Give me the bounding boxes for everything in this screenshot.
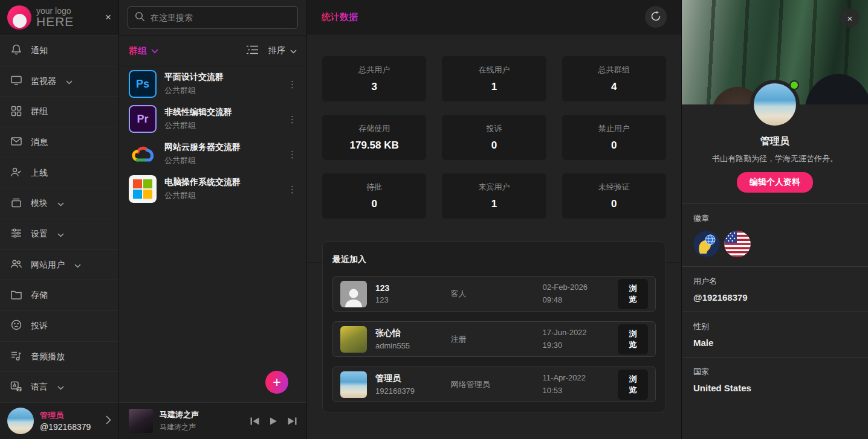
sidebar-item-website-users[interactable]: 网站用户 (0, 249, 118, 280)
premiere-icon: Pr (129, 105, 157, 133)
sidebar-item-label: 投诉 (31, 321, 48, 332)
close-panel-button[interactable]: × (840, 8, 860, 28)
recent-joined-card: 最近加入 123 123 客人 02-Feb-2026 09:48 浏览 (322, 242, 666, 412)
member-name: 管理员 (375, 373, 442, 384)
chevron-down-icon (290, 45, 297, 56)
profile-panel: × 管理员 书山有路勤为径，学海无涯苦作舟。 编辑个人资料 徽章 用户名 @19… (682, 0, 868, 439)
sidebar-item-label: 监视器 (31, 76, 56, 87)
track-title: 马建涛之声 (160, 409, 199, 420)
sidebar-close-icon[interactable]: × (105, 11, 111, 24)
sidebar-item-label: 模块 (31, 198, 48, 209)
sidebar-item-label: 网站用户 (31, 260, 65, 271)
sidebar-item-storage[interactable]: 存储 (0, 280, 118, 310)
list-item-group-premiere[interactable]: Pr 非线性编辑交流群 公共群组 ⋮ (119, 101, 306, 136)
member-username: admin555 (375, 341, 442, 350)
avatar (340, 326, 367, 353)
logo-line1: your logo (36, 7, 74, 16)
list-item-group-photoshop[interactable]: Ps 平面设计交流群 公共群组 ⋮ (119, 66, 306, 101)
next-track-button[interactable] (288, 417, 297, 425)
groups-column: 群组 排序 Ps 平面设计交流群 公共群组 ⋮ Pr (119, 0, 307, 439)
more-options-icon[interactable]: ⋮ (288, 117, 297, 122)
group-list: Ps 平面设计交流群 公共群组 ⋮ Pr 非线性编辑交流群 公共群组 ⋮ (119, 66, 306, 402)
join-time: 19:30 (543, 339, 609, 351)
list-item-group-cloud[interactable]: 网站云服务器交流群 公共群组 ⋮ (119, 136, 306, 171)
avatar (7, 408, 34, 434)
sidebar-item-messages[interactable]: 消息 (0, 127, 118, 158)
edit-profile-button[interactable]: 编辑个人资料 (737, 172, 813, 193)
sidebar-item-language[interactable]: 语言 (0, 371, 118, 402)
audio-player-bar: 马建涛之声 马建涛之声 (119, 402, 306, 439)
sidebar-item-complaints[interactable]: 投诉 (0, 310, 118, 341)
chevron-down-icon (66, 77, 73, 86)
chevron-right-icon[interactable] (106, 415, 111, 427)
table-row: 管理员 192168379 网络管理员 11-Apr-2022 10:53 浏览 (332, 367, 656, 402)
stat-card-storage-used: 存储使用 179.58 KB (322, 115, 426, 160)
sidebar-item-groups[interactable]: 群组 (0, 96, 118, 127)
stat-card-total-groups: 总共群组 4 (562, 56, 666, 101)
stat-card-pending: 待批 0 (322, 173, 426, 219)
more-options-icon[interactable]: ⋮ (288, 152, 297, 157)
profile-name: 管理员 (682, 135, 868, 148)
main-panel: 统计数据 总共用户 3 在线用户 1 总共群组 4 (307, 0, 682, 439)
add-group-button[interactable]: + (265, 371, 288, 394)
more-options-icon[interactable]: ⋮ (288, 82, 297, 87)
badges-label: 徽章 (693, 213, 857, 224)
more-options-icon[interactable]: ⋮ (288, 187, 297, 192)
bell-icon (10, 43, 22, 57)
sidebar-item-online[interactable]: 上线 (0, 158, 118, 188)
browse-button[interactable]: 浏览 (618, 324, 648, 354)
search-input[interactable] (151, 13, 291, 22)
sidebar-item-notifications[interactable]: 通知 (0, 35, 118, 66)
previous-track-button[interactable] (250, 417, 259, 425)
chevron-down-icon[interactable] (151, 45, 158, 56)
stat-label: 总共群组 (598, 65, 630, 75)
refresh-button[interactable] (645, 6, 667, 28)
group-filter-label[interactable]: 群组 (129, 45, 147, 57)
envelope-icon (10, 135, 22, 149)
username-label: 用户名 (693, 276, 857, 287)
country-value: United States (693, 383, 857, 393)
stat-value: 179.58 KB (350, 139, 399, 152)
stat-label: 总共用户 (358, 65, 390, 75)
group-title: 网站云服务器交流群 (164, 142, 241, 153)
browse-button[interactable]: 浏览 (618, 370, 648, 400)
stat-label: 来宾用户 (478, 182, 510, 193)
play-button[interactable] (270, 417, 277, 425)
list-view-icon[interactable] (246, 45, 259, 57)
profile-motto: 书山有路勤为径，学海无涯苦作舟。 (682, 153, 868, 164)
sidebar-item-audio[interactable]: 音频播放 (0, 341, 118, 372)
stat-value: 0 (371, 198, 377, 210)
join-time: 09:48 (543, 294, 609, 306)
page-title: 统计数据 (322, 11, 358, 23)
member-info: 张心怡 admin555 (375, 328, 442, 350)
user-name: 管理员 (40, 410, 91, 421)
member-username: 123 (375, 295, 442, 304)
stat-value: 1 (491, 198, 497, 210)
logo-row: your logo HERE × (0, 0, 118, 35)
group-subtitle: 公共群组 (164, 155, 241, 166)
list-item-group-microsoft[interactable]: 电脑操作系统交流群 公共群组 ⋮ (119, 171, 306, 207)
sidebar-item-modules[interactable]: 模块 (0, 188, 118, 219)
gender-section: 性别 Male (682, 312, 868, 357)
sort-label: 排序 (268, 45, 285, 56)
stat-label: 未经验证 (598, 182, 630, 193)
country-section: 国家 United States (682, 357, 868, 402)
sidebar-item-label: 设置 (31, 229, 48, 240)
stat-value: 0 (611, 139, 617, 152)
sidebar-user-card[interactable]: 管理员 @192168379 (0, 402, 118, 439)
chevron-down-icon (57, 199, 64, 208)
stats-grid: 总共用户 3 在线用户 1 总共群组 4 存储使用 179.58 KB 投诉 (322, 56, 666, 219)
stat-card-total-users: 总共用户 3 (322, 56, 426, 101)
group-title: 平面设计交流群 (164, 72, 224, 83)
global-user-badge-icon (693, 231, 720, 257)
app-logo (7, 5, 31, 30)
sidebar-item-monitor[interactable]: 监视器 (0, 66, 118, 97)
join-date: 02-Feb-2026 (543, 281, 609, 293)
member-role: 网络管理员 (450, 379, 534, 390)
sidebar-item-settings[interactable]: 设置 (0, 219, 118, 249)
translate-icon (10, 380, 22, 394)
sort-control[interactable]: 排序 (268, 45, 297, 56)
table-row: 张心怡 admin555 注册 17-Jun-2022 19:30 浏览 (332, 321, 656, 357)
microsoft-icon (129, 175, 157, 203)
browse-button[interactable]: 浏览 (618, 279, 648, 309)
